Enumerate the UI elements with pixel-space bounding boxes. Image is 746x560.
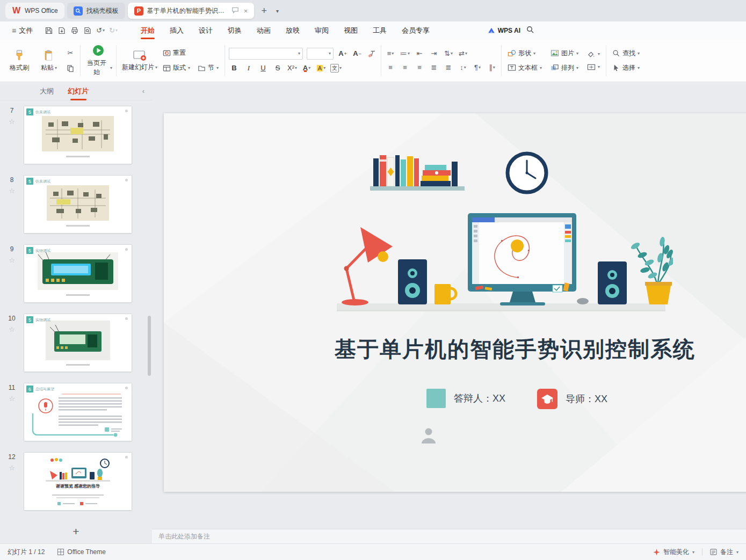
italic-button[interactable]: I — [243, 63, 254, 74]
arrange-button[interactable]: 排列▾ — [548, 62, 581, 74]
slide-thumbnail[interactable]: 5 实物调试 — [24, 314, 132, 372]
align-justify-button[interactable]: ≣ — [429, 62, 439, 73]
favorite-star-icon[interactable]: ☆ — [9, 256, 15, 264]
clear-format-button[interactable] — [366, 48, 377, 59]
close-tab-icon[interactable]: × — [244, 7, 248, 15]
bold-button[interactable]: B — [229, 63, 240, 74]
menu-item-view[interactable]: 视图 — [337, 21, 365, 39]
thumb-badge: 5 — [26, 316, 33, 323]
favorite-star-icon[interactable]: ☆ — [9, 464, 15, 472]
save-icon[interactable] — [45, 26, 53, 35]
new-slide-button[interactable]: 新建幻灯片▾ — [120, 44, 159, 77]
text-tool-button[interactable]: 文▾ — [330, 63, 342, 74]
tab-outline[interactable]: 大纲 — [40, 82, 54, 100]
menu-item-tools[interactable]: 工具 — [366, 21, 394, 39]
strikethrough-button[interactable]: S — [272, 63, 283, 74]
font-color-button[interactable]: A▾ — [301, 63, 312, 74]
menu-item-insert[interactable]: 插入 — [163, 21, 191, 39]
increase-font-button[interactable]: A+ — [337, 48, 348, 59]
menu-item-review[interactable]: 审阅 — [308, 21, 336, 39]
copy-button[interactable] — [64, 63, 76, 74]
slide-title-text[interactable]: 基于单片机的智能手势识别控制系统 — [335, 334, 680, 364]
columns-button[interactable]: ∥▾ — [487, 62, 497, 73]
slide-thumbnail[interactable]: 谢谢预览 感谢您的指导 — [24, 452, 132, 511]
align-center-button[interactable]: ≡ — [400, 62, 410, 73]
comment-bubble-icon[interactable] — [231, 6, 239, 15]
distribute-text-button[interactable]: ≣ — [443, 62, 454, 73]
schematic-thumbnail-image — [24, 106, 132, 164]
favorite-star-icon[interactable]: ☆ — [9, 118, 15, 126]
slide-editor-area[interactable]: 基于单片机的智能手势识别控制系统 答辩人：XX 导师：XX — [152, 82, 746, 529]
slide-thumbnail[interactable]: 5 实物调试 — [24, 244, 132, 303]
underline-button[interactable]: U — [258, 63, 269, 74]
favorite-star-icon[interactable]: ☆ — [9, 395, 15, 403]
tab-list-chevron-icon[interactable]: ▾ — [274, 8, 281, 14]
text-direction-button[interactable]: ⇅▾ — [443, 48, 454, 59]
menu-item-design[interactable]: 设计 — [192, 21, 220, 39]
export-pdf-icon[interactable] — [57, 26, 66, 35]
bullet-list-button[interactable]: ≡▾ — [385, 48, 396, 59]
picture-button[interactable]: 图片▾ — [548, 48, 581, 59]
highlight-color-button[interactable]: A▾ — [316, 63, 327, 74]
theme-selector[interactable]: Office Theme — [57, 548, 106, 556]
chevron-down-icon[interactable]: ▾ — [103, 28, 105, 33]
decrease-font-button[interactable]: A− — [352, 48, 363, 59]
increase-indent-button[interactable]: ⇥ — [429, 48, 439, 59]
respondent-row[interactable]: 答辩人：XX — [426, 389, 505, 408]
align-left-button[interactable]: ≡ — [385, 62, 396, 73]
convert-text-button[interactable]: ⇄▾ — [458, 48, 468, 59]
section-button[interactable]: 节▾ — [195, 62, 221, 74]
undo-button[interactable]: ↺▾ — [96, 26, 105, 34]
reset-slide-button[interactable]: 重置 — [161, 47, 221, 59]
tab-wps-office[interactable]: W WPS Office — [5, 3, 64, 19]
slide-thumbnail[interactable]: 6 总结与展望 — [24, 383, 132, 441]
search-icon[interactable] — [526, 25, 534, 35]
menu-item-slideshow[interactable]: 放映 — [279, 21, 307, 39]
redo-button[interactable]: ↻▾ — [109, 26, 118, 34]
line-spacing-button[interactable]: ↕▾ — [458, 62, 468, 73]
font-family-combo[interactable]: ▾ — [229, 48, 303, 60]
menu-item-transition[interactable]: 切换 — [221, 21, 249, 39]
font-size-combo[interactable]: ▾ — [307, 48, 334, 60]
slide-thumbnail[interactable]: 5 仿真调试 — [24, 175, 132, 234]
print-preview-icon[interactable] — [83, 26, 92, 35]
menu-item-home[interactable]: 开始 — [134, 21, 162, 39]
sidebar-scrollbar[interactable] — [148, 316, 151, 376]
numbered-list-button[interactable]: ≔▾ — [400, 48, 410, 59]
select-button[interactable]: 选择▾ — [610, 62, 642, 74]
background-fill-button[interactable]: ▾ — [585, 49, 602, 59]
file-menu-button[interactable]: ≡ 文件 — [8, 26, 37, 35]
tab-slides[interactable]: 幻灯片 — [68, 82, 89, 100]
notes-toggle-button[interactable]: 备注 ▾ — [710, 548, 738, 557]
add-slide-button[interactable]: + — [60, 525, 92, 538]
slide-thumbnail[interactable]: 5 仿真调试 — [24, 106, 132, 164]
decrease-indent-button[interactable]: ⇤ — [414, 48, 425, 59]
find-button[interactable]: 查找▾ — [610, 48, 642, 59]
favorite-star-icon[interactable]: ☆ — [9, 325, 15, 333]
textbox-button[interactable]: 文本框▾ — [505, 62, 544, 74]
menu-item-animation[interactable]: 动画 — [250, 21, 278, 39]
slide-canvas[interactable]: 基于单片机的智能手势识别控制系统 答辩人：XX 导师：XX — [164, 113, 746, 492]
favorite-star-icon[interactable]: ☆ — [9, 187, 15, 195]
slide-size-button[interactable]: ▾ — [585, 62, 602, 72]
advisor-row[interactable]: 导师：XX — [537, 389, 607, 409]
print-icon[interactable] — [70, 26, 79, 35]
cut-button[interactable]: ✂ — [64, 48, 76, 59]
tab-template-site[interactable]: 找稿壳模板 — [67, 3, 125, 19]
paste-button[interactable]: 粘贴▾ — [35, 44, 63, 77]
align-right-button[interactable]: ≡ — [414, 62, 425, 73]
new-tab-button[interactable]: + — [257, 5, 271, 17]
format-painter-button[interactable]: 格式刷 — [5, 44, 33, 77]
chevron-down-icon[interactable]: ▾ — [115, 28, 118, 33]
superscript-button[interactable]: X²▾ — [287, 63, 298, 74]
smart-beautify-button[interactable]: 智能美化 ▾ — [653, 548, 694, 557]
collapse-panel-icon[interactable]: ‹ — [142, 87, 144, 95]
notes-bar[interactable]: 单击此处添加备注 — [152, 529, 746, 543]
layout-button[interactable]: 版式▾ — [161, 62, 192, 74]
shapes-button[interactable]: 形状▾ — [505, 48, 544, 59]
wps-ai-button[interactable]: WPS AI — [488, 27, 520, 34]
play-from-current-button[interactable]: 当页开始▾ — [84, 44, 112, 77]
tab-current-document[interactable]: P 基于单片机的智能手势识别控制... × — [128, 3, 255, 19]
menu-item-membership[interactable]: 会员专享 — [395, 21, 437, 39]
paragraph-settings-button[interactable]: ¶▾ — [472, 62, 483, 73]
